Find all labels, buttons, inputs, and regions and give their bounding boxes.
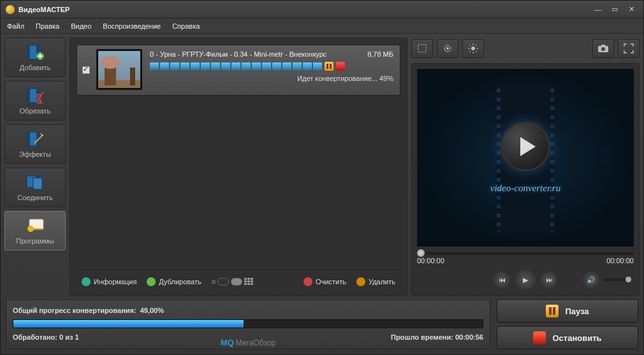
svg-rect-31 [601, 45, 605, 47]
fullscreen-button[interactable] [618, 39, 640, 58]
svg-rect-5 [27, 89, 30, 103]
file-list-panel: 0 - Урна - РГРТУ-Фильм - 0.34 - Mini-met… [70, 38, 407, 296]
duplicate-icon [147, 277, 156, 286]
app-title: ВидеоМАСТЕР [18, 6, 70, 13]
file-progress-bar [150, 62, 393, 71]
file-info: 0 - Урна - РГРТУ-Фильм - 0.34 - Mini-met… [147, 49, 396, 91]
main-area: Добавить Обрезать Эффекты Соединить [1, 34, 643, 300]
play-disc-icon [501, 122, 550, 171]
sidebar-add[interactable]: Добавить [4, 38, 66, 77]
elapsed-value: 00:00:56 [455, 333, 483, 341]
settings-button[interactable] [437, 39, 458, 58]
progress-panel: Общий прогресс конвертирования: 49,00% О… [6, 300, 490, 349]
file-pause-button[interactable] [325, 62, 333, 71]
svg-rect-16 [33, 228, 43, 229]
svg-point-19 [446, 47, 449, 50]
mute-button[interactable]: 🔊 [583, 272, 599, 288]
menubar: Файл Правка Видео Воспроизведение Справк… [1, 18, 643, 34]
film-scissors-icon [24, 87, 46, 105]
bottom-area: Общий прогресс конвертирования: 49,00% О… [1, 300, 643, 354]
menu-edit[interactable]: Правка [36, 22, 59, 30]
key-card-icon [24, 217, 46, 235]
clear-icon [304, 277, 312, 286]
info-icon [82, 277, 91, 286]
preview-toolbar [411, 38, 640, 59]
svg-rect-10 [27, 132, 30, 146]
sidebar-add-label: Добавить [20, 64, 51, 71]
svg-point-15 [27, 226, 34, 232]
svg-point-20 [471, 47, 475, 50]
time-current: 00:00:00 [417, 257, 444, 264]
processed-value: 0 из 1 [59, 333, 79, 341]
file-thumbnail [96, 49, 142, 90]
progress-percent: 49,00% [140, 307, 164, 314]
file-status: Идет конвертирование... 49% [150, 75, 393, 82]
sidebar-join[interactable]: Соединить [4, 168, 66, 207]
sidebar-trim[interactable]: Обрезать [4, 81, 66, 120]
progress-label: Общий прогресс конвертирования: [13, 307, 136, 314]
center-panel: 0 - Урна - РГРТУ-Фильм - 0.34 - Mini-met… [70, 38, 407, 296]
stop-button[interactable]: Остановить [497, 326, 638, 349]
film-join-icon [24, 173, 46, 191]
titlebar: ВидеоМАСТЕР — ▭ ✕ [1, 1, 643, 18]
menu-video[interactable]: Видео [71, 22, 91, 30]
watermark: MQМегаОбзор [221, 338, 275, 347]
svg-rect-17 [418, 45, 426, 52]
list-toolbar: Информация Дублировать ≡ Очистить Удалит… [77, 270, 400, 289]
preview-panel: video-converter.ru 00:00:00 00:00:00 ⏮ ▶… [411, 63, 640, 296]
pause-button[interactable]: Пауза [497, 300, 638, 322]
svg-line-27 [476, 45, 477, 46]
seek-slider[interactable] [417, 252, 634, 255]
preview-url: video-converter.ru [490, 183, 560, 194]
menu-playback[interactable]: Воспроизведение [103, 22, 161, 30]
maximize-button[interactable]: ▭ [608, 4, 622, 15]
svg-line-26 [476, 51, 477, 52]
film-plus-icon [24, 43, 46, 61]
delete-icon [356, 277, 365, 286]
app-window: ВидеоМАСТЕР — ▭ ✕ Файл Правка Видео Восп… [0, 0, 644, 355]
sidebar-join-label: Соединить [17, 194, 53, 201]
prev-button[interactable]: ⏮ [494, 272, 510, 288]
file-size: 8,78 МБ [367, 50, 393, 58]
volume-slider[interactable] [603, 279, 631, 281]
file-name: 0 - Урна - РГРТУ-Фильм - 0.34 - Mini-met… [150, 50, 360, 58]
file-checkbox[interactable] [82, 66, 90, 74]
app-logo-icon [6, 5, 15, 14]
preview-screen: video-converter.ru [417, 69, 634, 247]
next-button[interactable]: ⏭ [541, 272, 557, 288]
stop-icon [533, 331, 546, 344]
brightness-button[interactable] [462, 39, 484, 58]
sidebar: Добавить Обрезать Эффекты Соединить [4, 38, 66, 296]
svg-rect-1 [27, 45, 30, 59]
time-total: 00:00:00 [606, 257, 634, 264]
file-stop-button[interactable] [336, 62, 345, 71]
sidebar-effects[interactable]: Эффекты [4, 124, 66, 164]
svg-line-25 [469, 45, 471, 46]
duplicate-button[interactable]: Дублировать [147, 277, 201, 286]
overall-progress-bar [13, 319, 483, 328]
play-button[interactable]: ▶ [515, 270, 536, 290]
action-panel: Пауза Остановить [497, 300, 638, 349]
svg-point-30 [601, 47, 605, 51]
playback-controls: ⏮ ▶ ⏭ 🔊 [417, 270, 634, 290]
menu-help[interactable]: Справка [172, 22, 200, 30]
file-row[interactable]: 0 - Урна - РГРТУ-Фильм - 0.34 - Mini-met… [77, 45, 400, 96]
view-toggle[interactable]: ≡ [212, 278, 253, 286]
close-button[interactable]: ✕ [624, 4, 638, 15]
delete-button[interactable]: Удалить [356, 277, 395, 286]
clear-button[interactable]: Очистить [304, 277, 346, 286]
menu-file[interactable]: Файл [7, 22, 24, 30]
sidebar-effects-label: Эффекты [19, 150, 51, 158]
sidebar-trim-label: Обрезать [20, 107, 51, 115]
sidebar-programs-label: Программы [16, 237, 54, 245]
svg-rect-13 [33, 178, 42, 189]
minimize-button[interactable]: — [591, 4, 605, 15]
info-button[interactable]: Информация [82, 277, 136, 286]
pause-icon [546, 305, 559, 317]
crop-button[interactable] [411, 39, 433, 58]
sidebar-programs[interactable]: Программы [4, 211, 66, 250]
snapshot-button[interactable] [592, 39, 614, 58]
film-wand-icon [24, 130, 46, 148]
svg-line-28 [469, 51, 471, 52]
right-panel: video-converter.ru 00:00:00 00:00:00 ⏮ ▶… [411, 38, 640, 296]
